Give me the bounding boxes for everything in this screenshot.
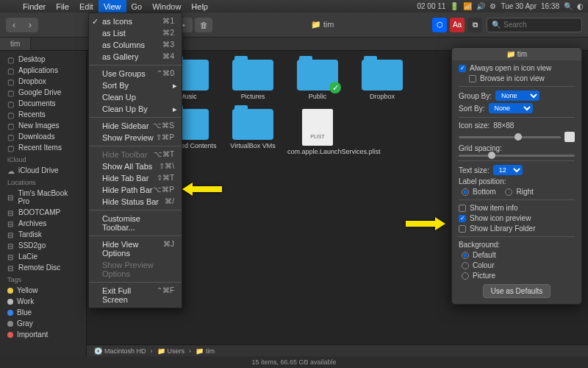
tab-tim[interactable]: tim xyxy=(0,38,31,50)
search-icon: 🔍 xyxy=(492,21,501,29)
sort-by-select[interactable]: None xyxy=(489,103,533,113)
sidebar-tag[interactable]: Blue xyxy=(0,307,86,318)
sidebar: ▢Desktop▢Applications▢Dropbox▢Google Dri… xyxy=(0,51,87,356)
app-icon-1[interactable]: ⬡ xyxy=(432,18,447,32)
date-status[interactable]: Tue 30 Apr xyxy=(501,2,537,10)
grid-spacing-slider[interactable] xyxy=(459,155,575,157)
menu-item[interactable]: Hide Sidebar⌥⌘S xyxy=(89,120,182,132)
sidebar-header-tags: Tags xyxy=(0,273,86,285)
annotation-arrow xyxy=(182,183,222,197)
path-bar: 💽 Macintosh HD› 📁 Users› 📁 tim xyxy=(87,344,588,356)
sidebar-item[interactable]: ⊟Tim's MacBook Pro xyxy=(0,188,86,207)
file-item[interactable]: Pictures xyxy=(222,60,284,100)
sidebar-item[interactable]: ⊟Remote Disc xyxy=(0,262,86,273)
menu-item[interactable]: Sort By xyxy=(89,79,182,91)
menu-view[interactable]: View xyxy=(98,0,126,13)
menu-item[interactable]: Use Groups⌃⌘0 xyxy=(89,68,182,79)
view-menu-dropdown: as Icons⌘1as List⌘2as Columns⌘3as Galler… xyxy=(88,13,182,308)
sidebar-item[interactable]: ⊟BOOTCAMP xyxy=(0,207,86,218)
menu-app[interactable]: Finder xyxy=(18,0,51,13)
sidebar-item[interactable]: ▢Dropbox xyxy=(0,76,86,87)
menu-item[interactable]: Show Preview⇧⌘P xyxy=(89,132,182,144)
annotation-arrow xyxy=(406,217,445,232)
sidebar-item[interactable]: ⊟Archives xyxy=(0,218,86,229)
search-field[interactable]: 🔍 Search xyxy=(487,18,582,32)
bg-default-radio[interactable] xyxy=(462,252,469,259)
svg-marker-1 xyxy=(406,217,445,230)
menu-item[interactable]: Clean Up By xyxy=(89,103,182,115)
browse-icon-checkbox[interactable] xyxy=(469,75,476,82)
file-item[interactable]: ✓Public xyxy=(287,60,348,100)
path-crumb[interactable]: 💽 Macintosh HD xyxy=(94,347,146,355)
always-open-checkbox[interactable]: ✓ xyxy=(459,65,466,72)
menu-item[interactable]: Hide View Options⌘J xyxy=(89,238,182,259)
show-library-checkbox[interactable] xyxy=(459,225,466,233)
menu-item: Hide Toolbar⌥⌘T xyxy=(89,149,182,160)
nav-buttons: ‹ › xyxy=(6,18,38,32)
sidebar-item[interactable]: ▢Recent Items xyxy=(0,142,86,153)
sidebar-item[interactable]: ▢New Images xyxy=(0,120,86,131)
show-item-info-checkbox[interactable] xyxy=(459,205,466,212)
label-bottom-radio[interactable] xyxy=(462,188,469,196)
sidebar-item[interactable]: ⊟Tardisk xyxy=(0,229,86,240)
icon-size-slider[interactable] xyxy=(459,136,561,138)
sidebar-item[interactable]: ▢Google Drive xyxy=(0,87,86,98)
menu-item: Show Preview Options xyxy=(89,259,182,280)
text-size-select[interactable]: 12 xyxy=(493,165,523,175)
sidebar-item[interactable]: ▢Desktop xyxy=(0,54,86,65)
sidebar-tag[interactable]: Work xyxy=(0,296,86,307)
path-crumb[interactable]: 📁 Users xyxy=(157,347,185,355)
menu-item[interactable]: Hide Status Bar⌘/ xyxy=(89,196,182,208)
group-by-select[interactable]: None xyxy=(495,91,539,101)
siri-icon[interactable]: ◐ xyxy=(577,2,584,10)
spotlight-icon[interactable]: 🔍 xyxy=(564,2,573,10)
sidebar-tag[interactable]: Yellow xyxy=(0,285,86,296)
menu-item[interactable]: as Columns⌘3 xyxy=(89,39,182,51)
menu-help[interactable]: Help xyxy=(186,0,213,13)
menu-go[interactable]: Go xyxy=(126,0,148,13)
sidebar-item[interactable]: ▢Documents xyxy=(0,98,86,109)
sidebar-tag[interactable]: Gray xyxy=(0,318,86,329)
sidebar-item[interactable]: ▢Downloads xyxy=(0,131,86,142)
menu-window[interactable]: Window xyxy=(147,0,186,13)
label-right-radio[interactable] xyxy=(505,188,512,196)
menu-item[interactable]: Clean Up xyxy=(89,91,182,103)
menu-edit[interactable]: Edit xyxy=(74,0,98,13)
sidebar-item[interactable]: ▢Applications xyxy=(0,65,86,76)
file-item[interactable]: VirtualBox VMs xyxy=(222,109,284,158)
menu-item[interactable]: Hide Path Bar⌥⌘P xyxy=(89,184,182,196)
sidebar-item[interactable]: ▢Recents xyxy=(0,109,86,120)
sidebar-header-icloud: iCloud xyxy=(0,153,86,165)
menu-file[interactable]: File xyxy=(51,0,74,13)
inspector-title: 📁 tim xyxy=(452,48,581,60)
bg-colour-radio[interactable] xyxy=(462,262,469,269)
menu-item[interactable]: Hide Tab Bar⇧⌘T xyxy=(89,172,182,184)
delete-icon[interactable]: 🗑 xyxy=(195,18,212,32)
menu-item[interactable]: as List⌘2 xyxy=(89,27,182,39)
back-button[interactable]: ‹ xyxy=(6,18,22,32)
menu-item[interactable]: as Gallery⌘4 xyxy=(89,51,182,63)
file-item[interactable]: PLISTcom.apple.LaunchServices.plist xyxy=(287,109,348,158)
sidebar-item[interactable]: ☁iCloud Drive xyxy=(0,165,86,176)
bg-picture-radio[interactable] xyxy=(462,272,469,280)
app-icon-2[interactable]: Aa xyxy=(450,18,465,32)
menu-item[interactable]: as Icons⌘1 xyxy=(89,15,182,27)
menu-item[interactable]: Customise Toolbar... xyxy=(89,213,182,233)
show-icon-preview-checkbox[interactable]: ✓ xyxy=(459,215,466,222)
svg-marker-0 xyxy=(182,183,222,196)
battery-status[interactable]: 02 00 11 xyxy=(417,2,445,10)
sidebar-item[interactable]: ⊟LaCie xyxy=(0,251,86,262)
use-as-defaults-button[interactable]: Use as Defaults xyxy=(483,284,551,298)
dropbox-icon[interactable]: ⧉ xyxy=(467,18,482,32)
forward-button[interactable]: › xyxy=(22,18,38,32)
view-options-panel[interactable]: 📁 tim ✓Always open in icon view Browse i… xyxy=(451,47,582,305)
menu-item[interactable]: Exit Full Screen⌃⌘F xyxy=(89,285,182,305)
menubar: Finder File Edit View Go Window Help 02 … xyxy=(0,0,588,13)
file-item[interactable]: Dropbox xyxy=(351,60,413,100)
menu-item[interactable]: Show All Tabs⇧⌘\ xyxy=(89,160,182,172)
sidebar-header-locations: Locations xyxy=(0,176,86,188)
time-status[interactable]: 16:38 xyxy=(541,2,559,10)
sidebar-item[interactable]: ⊟SSD2go xyxy=(0,240,86,251)
path-crumb[interactable]: 📁 tim xyxy=(196,347,215,355)
sidebar-tag[interactable]: Important xyxy=(0,329,86,340)
